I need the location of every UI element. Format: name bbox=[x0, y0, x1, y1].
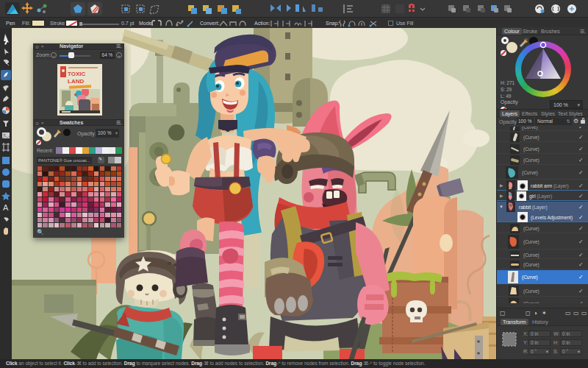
svg-text:A: A bbox=[3, 203, 9, 212]
